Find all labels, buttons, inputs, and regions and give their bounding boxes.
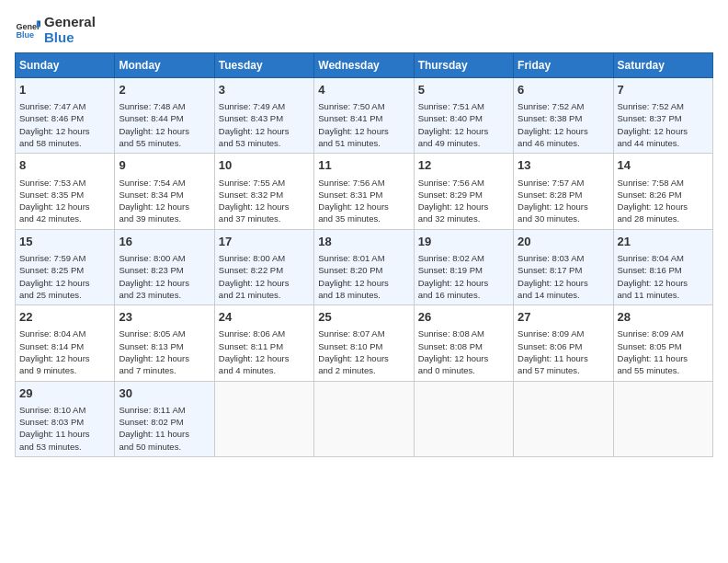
day-number: 26 — [418, 309, 509, 326]
day-number: 17 — [219, 234, 310, 250]
day-info: Sunrise: 8:09 AM — [518, 327, 609, 339]
calendar-week-1: 1Sunrise: 7:47 AMSunset: 8:46 PMDaylight… — [16, 78, 713, 154]
day-number: 22 — [19, 309, 110, 326]
day-info: Daylight: 12 hours — [119, 277, 210, 289]
day-info: Daylight: 12 hours — [618, 277, 709, 289]
day-info: Sunrise: 7:49 AM — [219, 100, 310, 112]
day-info: Sunrise: 8:04 AM — [618, 252, 709, 264]
calendar-cell: 2Sunrise: 7:48 AMSunset: 8:44 PMDaylight… — [115, 78, 214, 154]
day-info: Sunrise: 8:02 AM — [418, 252, 509, 264]
day-info: Sunrise: 7:55 AM — [219, 177, 310, 189]
calendar-table: SundayMondayTuesdayWednesdayThursdayFrid… — [15, 52, 713, 457]
day-info: Sunrise: 8:11 AM — [119, 404, 210, 416]
calendar-cell: 19Sunrise: 8:02 AMSunset: 8:19 PMDayligh… — [414, 229, 513, 304]
day-info: Daylight: 12 hours — [418, 201, 509, 213]
day-info: and 42 minutes. — [19, 213, 110, 224]
calendar-cell: 24Sunrise: 8:06 AMSunset: 8:11 PMDayligh… — [214, 305, 313, 381]
day-info: Sunset: 8:10 PM — [318, 340, 409, 352]
day-number: 15 — [19, 234, 110, 250]
day-info: and 23 minutes. — [119, 289, 210, 301]
calendar-cell: 10Sunrise: 7:55 AMSunset: 8:32 PMDayligh… — [214, 154, 313, 229]
day-info: Sunrise: 8:00 AM — [119, 252, 210, 264]
calendar-cell: 8Sunrise: 7:53 AMSunset: 8:35 PMDaylight… — [16, 154, 115, 229]
header-thursday: Thursday — [414, 53, 513, 78]
day-info: Sunrise: 7:59 AM — [19, 252, 110, 264]
day-info: and 25 minutes. — [19, 289, 110, 301]
day-info: Daylight: 12 hours — [418, 277, 509, 289]
header-monday: Monday — [115, 53, 214, 78]
day-info: and 37 minutes. — [219, 213, 310, 224]
calendar-cell: 18Sunrise: 8:01 AMSunset: 8:20 PMDayligh… — [314, 229, 414, 304]
day-info: Sunset: 8:11 PM — [219, 340, 310, 352]
day-info: Sunset: 8:46 PM — [19, 112, 110, 124]
day-info: Daylight: 12 hours — [19, 352, 110, 364]
day-info: and 44 minutes. — [618, 137, 709, 149]
day-info: Sunset: 8:02 PM — [119, 416, 210, 428]
day-info: and 14 minutes. — [518, 289, 609, 301]
calendar-cell: 7Sunrise: 7:52 AMSunset: 8:37 PMDaylight… — [613, 78, 712, 154]
calendar-cell: 14Sunrise: 7:58 AMSunset: 8:26 PMDayligh… — [613, 154, 712, 229]
day-number: 10 — [219, 157, 310, 174]
day-info: Sunrise: 8:06 AM — [219, 327, 310, 339]
calendar-cell: 26Sunrise: 8:08 AMSunset: 8:08 PMDayligh… — [414, 305, 513, 381]
calendar-header-row: SundayMondayTuesdayWednesdayThursdayFrid… — [16, 53, 713, 78]
day-info: Sunset: 8:37 PM — [618, 112, 709, 124]
day-info: and 11 minutes. — [618, 289, 709, 301]
day-info: Daylight: 12 hours — [119, 125, 210, 137]
day-info: Daylight: 12 hours — [518, 277, 609, 289]
day-info: Daylight: 12 hours — [219, 352, 310, 364]
day-info: Sunset: 8:25 PM — [19, 264, 110, 276]
day-info: Sunrise: 8:04 AM — [19, 327, 110, 339]
day-number: 7 — [618, 82, 709, 98]
day-info: and 30 minutes. — [518, 213, 609, 224]
day-info: Daylight: 11 hours — [518, 352, 609, 364]
calendar-cell — [314, 381, 414, 456]
day-number: 1 — [19, 82, 110, 98]
day-info: and 7 minutes. — [119, 364, 210, 376]
header-tuesday: Tuesday — [214, 53, 313, 78]
day-number: 28 — [618, 309, 709, 326]
day-info: Sunset: 8:22 PM — [219, 264, 310, 276]
day-info: and 2 minutes. — [318, 364, 409, 376]
day-info: Daylight: 12 hours — [119, 201, 210, 213]
day-info: Daylight: 12 hours — [219, 277, 310, 289]
day-info: Sunset: 8:40 PM — [418, 112, 509, 124]
day-number: 6 — [518, 82, 609, 98]
day-info: Sunset: 8:17 PM — [518, 264, 609, 276]
day-info: Daylight: 12 hours — [119, 352, 210, 364]
header-friday: Friday — [514, 53, 613, 78]
calendar-cell: 1Sunrise: 7:47 AMSunset: 8:46 PMDaylight… — [16, 78, 115, 154]
day-info: Sunset: 8:13 PM — [119, 340, 210, 352]
calendar-cell: 17Sunrise: 8:00 AMSunset: 8:22 PMDayligh… — [214, 229, 313, 304]
day-info: Sunrise: 7:58 AM — [618, 177, 709, 189]
day-info: and 53 minutes. — [19, 441, 110, 453]
day-info: Sunset: 8:32 PM — [219, 189, 310, 201]
day-number: 27 — [518, 309, 609, 326]
calendar-week-5: 29Sunrise: 8:10 AMSunset: 8:03 PMDayligh… — [16, 381, 713, 456]
day-info: and 28 minutes. — [618, 213, 709, 224]
day-info: Daylight: 12 hours — [518, 201, 609, 213]
calendar-cell: 27Sunrise: 8:09 AMSunset: 8:06 PMDayligh… — [514, 305, 613, 381]
calendar-cell: 5Sunrise: 7:51 AMSunset: 8:40 PMDaylight… — [414, 78, 513, 154]
day-number: 5 — [418, 82, 509, 98]
day-info: and 16 minutes. — [418, 289, 509, 301]
day-info: Sunset: 8:19 PM — [418, 264, 509, 276]
day-info: Sunrise: 8:03 AM — [518, 252, 609, 264]
day-info: and 49 minutes. — [418, 137, 509, 149]
day-number: 19 — [418, 234, 509, 250]
day-info: Sunrise: 8:00 AM — [219, 252, 310, 264]
day-info: Sunrise: 8:07 AM — [318, 327, 409, 339]
day-info: Daylight: 12 hours — [418, 125, 509, 137]
day-number: 12 — [418, 157, 509, 174]
day-info: Sunset: 8:26 PM — [618, 189, 709, 201]
day-info: Sunset: 8:43 PM — [219, 112, 310, 124]
day-info: Daylight: 12 hours — [618, 125, 709, 137]
day-info: Sunset: 8:35 PM — [19, 189, 110, 201]
day-info: and 39 minutes. — [119, 213, 210, 224]
day-info: Sunset: 8:16 PM — [618, 264, 709, 276]
calendar-cell — [514, 381, 613, 456]
day-number: 14 — [618, 157, 709, 174]
day-info: Sunrise: 7:52 AM — [618, 100, 709, 112]
day-info: Sunrise: 7:51 AM — [418, 100, 509, 112]
calendar-week-3: 15Sunrise: 7:59 AMSunset: 8:25 PMDayligh… — [16, 229, 713, 304]
